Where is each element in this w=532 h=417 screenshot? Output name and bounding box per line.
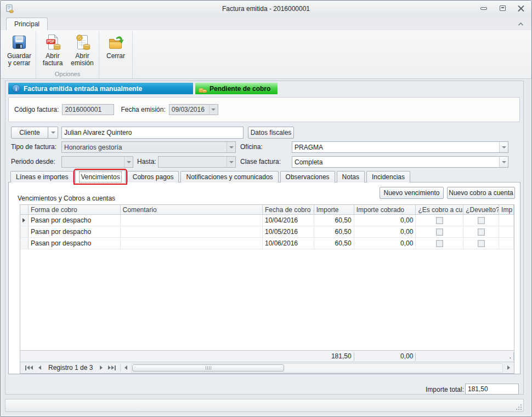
devuelto-checkbox[interactable]	[478, 217, 485, 224]
tipo-factura-combo[interactable]: Honorarios gestoría	[61, 141, 236, 153]
svg-text:PDF: PDF	[47, 39, 54, 43]
tab-label: Incidencias	[372, 173, 405, 181]
grid-header-row: Forma de cobroComentarioFecha de cobroIm…	[20, 205, 514, 215]
importe-total-field[interactable]: 181,50	[465, 384, 519, 395]
navigator-separator	[120, 364, 121, 372]
ribbon-tab-strip: Principal	[1, 17, 531, 30]
open-emission-button[interactable]: Abrir emisión	[67, 31, 97, 71]
grid-empty-area	[20, 249, 514, 350]
table-row[interactable]: Pasan por despacho10/06/201660,500,00	[20, 238, 514, 249]
horizontal-scrollbar[interactable]	[131, 363, 503, 373]
row-indicator-cell	[20, 238, 29, 249]
tab-cobros-pagos[interactable]: Cobros pagos	[127, 171, 179, 182]
cliente-split-button[interactable]: Cliente	[11, 127, 58, 139]
cell-es-cobro-a-cuenta	[416, 238, 463, 249]
cliente-dropdown-button[interactable]	[48, 127, 58, 139]
scroll-left-button[interactable]	[122, 365, 129, 370]
open-folder-icon	[107, 33, 124, 51]
button-label: Cerrar	[106, 53, 125, 60]
ribbon-toolbar: Guardar y cerrar PDF	[1, 30, 531, 79]
status-bar	[5, 399, 524, 412]
chevron-up-icon	[518, 22, 524, 26]
table-row[interactable]: Pasan por despacho10/04/201660,500,00	[20, 215, 514, 226]
column-header-label: Fecha de cobro	[265, 206, 310, 214]
es-cobro-a-cuenta-checkbox[interactable]	[436, 240, 443, 247]
cell-devuelto	[463, 226, 499, 237]
previous-record-button[interactable]	[36, 362, 44, 373]
open-invoice-button[interactable]: PDF Abrir factura	[38, 31, 67, 71]
cliente-button[interactable]: Cliente	[11, 127, 48, 139]
cell-importe: 60,50	[314, 238, 354, 249]
devuelto-checkbox[interactable]	[478, 229, 485, 236]
table-row[interactable]: Pasan por despacho10/05/201660,500,00	[20, 226, 514, 238]
close-icon	[518, 5, 524, 12]
tab-notificaciones-y-comunicados[interactable]: Notificaciones y comunicados	[180, 171, 278, 182]
column-header-4[interactable]: Importe	[314, 205, 354, 214]
close-window-button[interactable]: Cerrar	[101, 31, 131, 71]
clase-factura-combo[interactable]: Completa	[292, 156, 508, 168]
cell-fecha-de-cobro: 10/06/2016	[263, 238, 314, 249]
tab-label: Líneas e importes	[16, 173, 68, 181]
next-record-button[interactable]	[97, 362, 105, 373]
periodo-desde-combo[interactable]	[61, 156, 133, 168]
ribbon-tab-principal[interactable]: Principal	[6, 18, 48, 30]
scrollbar-thumb[interactable]	[132, 364, 284, 372]
tab-l-neas-e-importes[interactable]: Líneas e importes	[10, 171, 73, 182]
chevron-down-icon[interactable]	[227, 142, 235, 152]
invoice-window: Factura emitida - 2016000001 Principal	[0, 0, 532, 417]
tab-observaciones[interactable]: Observaciones	[280, 171, 335, 182]
cell-importe-cobrado: 0,00	[354, 215, 416, 226]
hasta-label: Hasta:	[137, 158, 156, 165]
column-header-7[interactable]: ¿Devuelto?	[463, 205, 499, 214]
resize-grip[interactable]	[515, 403, 522, 410]
window-title: Factura emitida - 2016000001	[1, 5, 531, 13]
grid-summary-row: 181,500,00.	[20, 350, 514, 362]
oficina-combo[interactable]: PRAGMA	[292, 141, 508, 153]
info-icon: i	[12, 84, 20, 93]
datos-fiscales-button[interactable]: Datos fiscales	[248, 127, 294, 139]
cliente-name-field[interactable]: Julian Alvarez Quintero	[61, 127, 244, 139]
clase-factura-label: Clase factura:	[240, 158, 281, 165]
column-header-5[interactable]: Importe cobrado	[354, 205, 416, 214]
es-cobro-a-cuenta-checkbox[interactable]	[436, 229, 443, 236]
summary-cell	[463, 352, 499, 361]
cell-es-cobro-a-cuenta	[416, 226, 463, 237]
hasta-combo[interactable]	[158, 156, 236, 168]
save-and-close-button[interactable]: Guardar y cerrar	[4, 31, 34, 71]
column-header-label: Imp	[501, 206, 512, 214]
column-header-2[interactable]: Comentario	[121, 205, 263, 214]
summary-cell	[29, 352, 121, 361]
column-header-8[interactable]: Imp	[499, 205, 514, 214]
cell-es-cobro-a-cuenta	[416, 215, 463, 226]
title-bar[interactable]: Factura emitida - 2016000001	[1, 1, 531, 17]
importe-total-label: Importe total:	[426, 386, 464, 393]
restore-button[interactable]	[499, 5, 506, 12]
close-button[interactable]	[517, 5, 525, 12]
chevron-down-icon[interactable]	[209, 105, 218, 115]
column-header-6[interactable]: ¿Es cobro a cu...	[416, 205, 463, 214]
codigo-factura-label: Código factura:	[14, 106, 59, 113]
tab-vencimientos[interactable]: Vencimientos	[75, 170, 125, 183]
summary-importe-total: 181,50	[314, 352, 354, 361]
fecha-emision-field[interactable]: 09/03/2016	[169, 104, 218, 115]
section-title: Vencimientos y Cobros a cuentas	[18, 195, 115, 202]
last-record-button[interactable]	[105, 362, 118, 373]
minimize-button[interactable]	[480, 5, 488, 12]
tab-notas[interactable]: Notas	[337, 171, 365, 182]
chevron-down-icon[interactable]	[124, 157, 133, 167]
tab-incidencias[interactable]: Incidencias	[366, 171, 410, 182]
scroll-right-button[interactable]	[505, 365, 512, 370]
devuelto-checkbox[interactable]	[478, 240, 485, 247]
first-record-button[interactable]	[22, 362, 36, 373]
grid-corner-cell	[20, 205, 29, 214]
chevron-down-icon[interactable]	[227, 157, 235, 167]
codigo-factura-field[interactable]: 2016000001	[62, 104, 114, 115]
nuevo-cobro-a-cuenta-button[interactable]: Nuevo cobro a cuenta	[447, 187, 515, 199]
nuevo-vencimiento-button[interactable]: Nuevo vencimiento	[380, 187, 444, 199]
collapse-ribbon-button[interactable]	[516, 20, 525, 28]
chevron-down-icon[interactable]	[499, 157, 508, 167]
column-header-3[interactable]: Fecha de cobro	[263, 205, 314, 214]
chevron-down-icon[interactable]	[499, 142, 508, 152]
es-cobro-a-cuenta-checkbox[interactable]	[436, 217, 443, 224]
column-header-1[interactable]: Forma de cobro	[29, 205, 121, 214]
